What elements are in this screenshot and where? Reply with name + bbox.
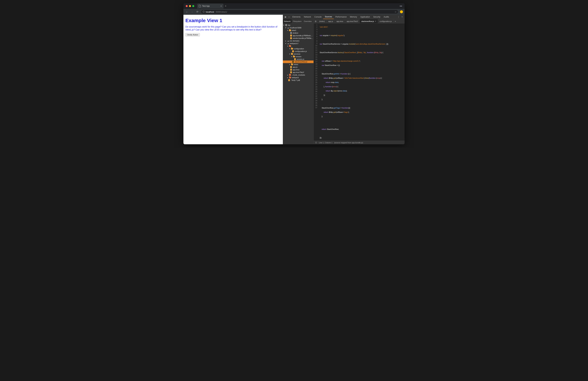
tab-application[interactable]: Application xyxy=(359,15,372,19)
tree-test-regex[interactable]: .*test).*\.js$ xyxy=(283,79,314,81)
tree-dot[interactable]: ▾. xyxy=(283,45,314,47)
tree-top[interactable]: ▾top xyxy=(283,24,314,26)
url-input[interactable]: ⓘ localhost:5000/view1/ ☆ xyxy=(201,10,398,14)
editor-tab-appless[interactable]: app.less xyxy=(335,19,345,23)
url-host: localhost xyxy=(206,11,214,13)
tab-memory[interactable]: Memory xyxy=(348,15,359,19)
tree-app-less[interactable]: app.less xyxy=(283,68,314,71)
editor-tab-appless9a1f[interactable]: app.less?9a1f xyxy=(345,19,360,23)
tab-performance[interactable]: Performance xyxy=(334,15,348,19)
status-cursor: Line 1, Column 1 xyxy=(319,142,332,144)
editor-tab-overflow-button[interactable]: » xyxy=(394,19,397,23)
tree-vendor-bundle[interactable]: vendor.bundle.js?f989edc58ce3609 xyxy=(283,37,314,40)
clickity-button[interactable]: Clickity Button xyxy=(185,33,200,36)
new-tab-button[interactable]: + xyxy=(225,4,227,8)
tree-version-js[interactable]: version.js xyxy=(283,58,314,60)
window-controls xyxy=(183,5,197,7)
tab-audits[interactable]: Audits xyxy=(382,15,391,19)
devtools-toolbar: ▣ ▭ Elements Network Console Sources Per… xyxy=(283,15,405,19)
browser-window: Test App × + 👓 ← → ⟳ ⓘ localhost:5000/vi… xyxy=(183,3,405,144)
incognito-icon: 👓 xyxy=(397,5,405,7)
editor-pane: ⊞ (index) app.js app.less app.less?9a1f … xyxy=(314,19,405,144)
page-icon xyxy=(199,5,201,7)
tree-stackoverflow-js[interactable]: stackoverflow.js xyxy=(283,60,314,63)
tree-app-js[interactable]: app.js xyxy=(283,66,314,68)
tree-view1[interactable]: ▾view1 xyxy=(283,29,314,32)
page-paragraph: Do sourcemaps work for this page? Can yo… xyxy=(185,25,281,31)
devtools: ▣ ▭ Elements Network Console Sources Per… xyxy=(283,15,405,144)
browser-tab-title: Test App xyxy=(202,5,210,7)
devtools-menu-button[interactable]: ⋮ xyxy=(397,15,400,19)
close-editor-tab-button[interactable]: × xyxy=(375,20,376,22)
content-split: Example View 1 Do sourcemaps work for th… xyxy=(183,15,405,144)
url-bar: ← → ⟳ ⓘ localhost:5000/view1/ ☆ xyxy=(183,9,405,15)
devtools-body: Network Filesystem Overrides » ⋮ ▾top ▾☁… xyxy=(283,19,405,144)
editor-status-bar: {} Line 1, Column 1 (source mapped from … xyxy=(314,141,405,144)
code-body[interactable]: 'use strict'; var angular = require('ang… xyxy=(318,23,405,141)
tab-network[interactable]: Network xyxy=(302,15,313,19)
forward-button[interactable]: → xyxy=(190,10,194,14)
tree-domain[interactable]: ▾☁localhost:5000 xyxy=(283,26,314,29)
tree-index[interactable]: (index) xyxy=(283,32,314,34)
page-content: Example View 1 Do sourcemaps work for th… xyxy=(183,15,283,144)
navigator-subtabs: Network Filesystem Overrides » ⋮ xyxy=(283,19,314,23)
editor-nav-prev-button[interactable]: ⊞ xyxy=(314,19,318,23)
pretty-print-button[interactable]: {} xyxy=(315,141,317,144)
code-editor[interactable]: 1234567891011121314151617181920212223242… xyxy=(314,23,405,141)
tree-version[interactable]: ▾version xyxy=(283,55,314,58)
navtab-network[interactable]: Network xyxy=(283,19,292,23)
tree-webpack-folder[interactable]: ▸webpack xyxy=(283,76,314,79)
info-icon[interactable]: ⓘ xyxy=(203,10,205,13)
reload-button[interactable]: ⟳ xyxy=(196,10,199,14)
back-button[interactable]: ← xyxy=(185,10,189,14)
tree-webpack[interactable]: ▾☁webpack:// xyxy=(283,42,314,45)
close-window-button[interactable] xyxy=(186,5,188,7)
device-toggle-button[interactable]: ▭ xyxy=(287,15,291,19)
tab-security[interactable]: Security xyxy=(372,15,382,19)
tree-services[interactable]: ▾services xyxy=(283,53,314,55)
devtools-close-button[interactable]: × xyxy=(400,15,404,19)
file-tree: ▾top ▾☁localhost:5000 ▾view1 (index) app… xyxy=(283,23,314,144)
tab-sources[interactable]: Sources xyxy=(323,15,334,19)
tree-configuration-js[interactable]: configuration.js xyxy=(283,50,314,53)
devtools-tab-list: Elements Network Console Sources Perform… xyxy=(291,15,391,19)
editor-tab-appjs[interactable]: app.js xyxy=(327,19,335,23)
browser-tab[interactable]: Test App × xyxy=(197,4,223,9)
sources-navigator: Network Filesystem Overrides » ⋮ ▾top ▾☁… xyxy=(283,19,314,144)
profile-icon[interactable] xyxy=(400,10,403,13)
tree-app-bundle[interactable]: app.bundle.js?f989edc58ce36096a xyxy=(283,34,314,37)
editor-tab-index[interactable]: (index) xyxy=(318,19,327,23)
inspect-element-button[interactable]: ▣ xyxy=(284,15,287,19)
tree-app-less-9a1f[interactable]: app.less?9a1f xyxy=(283,71,314,74)
maximize-window-button[interactable] xyxy=(192,5,194,7)
tab-elements[interactable]: Elements xyxy=(291,15,302,19)
url-path: :5000/view1/ xyxy=(215,11,227,13)
minimize-window-button[interactable] xyxy=(189,5,191,7)
tab-console[interactable]: Console xyxy=(313,15,323,19)
status-sourcemap: (source mapped from app.bundle.js) xyxy=(334,142,363,144)
close-tab-button[interactable]: × xyxy=(220,5,222,7)
tree-node-modules[interactable]: ▸../node_modules xyxy=(283,74,314,76)
tree-views[interactable]: ▸views xyxy=(283,63,314,66)
editor-tab-configuration[interactable]: configuration.js xyxy=(378,19,394,23)
navtab-filesystem[interactable]: Filesystem xyxy=(292,19,303,23)
tree-configuration[interactable]: ▾configuration xyxy=(283,47,314,50)
bookmark-icon[interactable]: ☆ xyxy=(395,11,397,13)
editor-tab-stackoverflow[interactable]: stackoverflow.js× xyxy=(360,19,378,23)
line-gutter: 1234567891011121314151617181920212223242… xyxy=(314,23,318,141)
navtab-overrides[interactable]: Overrides xyxy=(303,19,313,23)
editor-tabs: ⊞ (index) app.js app.less app.less?9a1f … xyxy=(314,19,405,23)
page-heading: Example View 1 xyxy=(185,18,281,23)
tree-nodomain[interactable]: ▸☁(no domain) xyxy=(283,40,314,42)
title-bar: Test App × + 👓 xyxy=(183,3,405,9)
